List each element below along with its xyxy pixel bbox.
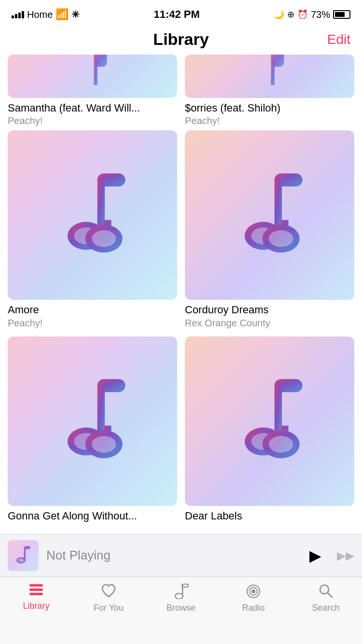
list-item[interactable]: Amore Peachy! bbox=[8, 130, 177, 328]
battery-icon bbox=[333, 10, 350, 19]
album-title: Gonna Get Along Without... bbox=[8, 510, 177, 522]
music-note-icon bbox=[46, 375, 139, 468]
edit-button[interactable]: Edit bbox=[327, 32, 350, 47]
svg-line-44 bbox=[328, 593, 332, 597]
album-title: Corduroy Dreams bbox=[185, 304, 354, 316]
album-art-partial bbox=[8, 55, 177, 98]
status-bar: Home 📶 ✳ 11:42 PM 🌙 ⊕ ⏰ 73% bbox=[0, 0, 362, 26]
album-title: Dear Labels bbox=[185, 510, 354, 522]
tab-for-you-label: For You bbox=[94, 603, 124, 613]
forward-button[interactable]: ▶▶ bbox=[337, 549, 354, 562]
svg-rect-3 bbox=[271, 56, 275, 85]
music-note-icon bbox=[8, 55, 177, 98]
status-time: 11:42 PM bbox=[153, 8, 199, 21]
radio-icon bbox=[245, 583, 262, 601]
album-art bbox=[8, 336, 177, 506]
svg-point-17 bbox=[269, 230, 293, 247]
tab-bar: Library For You Browse bbox=[0, 576, 362, 644]
list-item[interactable]: Corduroy Dreams Rex Orange County bbox=[185, 130, 354, 328]
list-item[interactable]: Gonna Get Along Without... bbox=[8, 336, 177, 523]
play-button[interactable]: ▶ bbox=[309, 546, 321, 565]
browse-icon bbox=[172, 583, 190, 601]
album-art-partial bbox=[185, 55, 354, 98]
album-title: Samantha (feat. Ward Will... bbox=[8, 102, 177, 114]
mini-player[interactable]: Not Playing ▶ ▶▶ bbox=[0, 534, 362, 576]
partial-album-row: Samantha (feat. Ward Will... Peachy! bbox=[8, 55, 354, 126]
activity-icon: ✳ bbox=[71, 9, 80, 20]
svg-rect-36 bbox=[29, 584, 43, 587]
status-right: 🌙 ⊕ ⏰ 73% bbox=[274, 9, 350, 20]
svg-point-41 bbox=[175, 593, 183, 599]
tab-browse[interactable]: Browse bbox=[145, 583, 217, 613]
alarm-icon: ⏰ bbox=[297, 9, 308, 20]
moon-icon: 🌙 bbox=[274, 9, 284, 20]
music-note-icon bbox=[46, 168, 139, 262]
list-item[interactable]: Samantha (feat. Ward Will... Peachy! bbox=[8, 55, 177, 126]
tab-for-you[interactable]: For You bbox=[72, 583, 145, 613]
album-artist: Rex Orange County bbox=[185, 318, 354, 329]
svg-rect-37 bbox=[29, 588, 43, 591]
mini-music-icon bbox=[13, 545, 34, 566]
album-art bbox=[185, 130, 354, 300]
album-art bbox=[185, 336, 354, 506]
album-title: Amore bbox=[8, 304, 177, 316]
svg-point-31 bbox=[269, 436, 293, 453]
svg-point-42 bbox=[251, 589, 255, 593]
location-icon: ⊕ bbox=[287, 9, 294, 20]
tab-radio[interactable]: Radio bbox=[217, 583, 290, 613]
album-artist: Peachy! bbox=[185, 115, 354, 126]
carrier-label: Home bbox=[27, 9, 53, 20]
list-item[interactable]: Dear Labels bbox=[185, 336, 354, 523]
search-icon bbox=[317, 583, 334, 601]
page-title: Library bbox=[153, 30, 209, 49]
page-header: Library Edit bbox=[0, 26, 362, 55]
album-artist: Peachy! bbox=[8, 115, 177, 126]
library-icon bbox=[28, 583, 45, 599]
svg-rect-1 bbox=[94, 56, 98, 85]
music-note-icon bbox=[223, 168, 316, 262]
mini-player-title: Not Playing bbox=[46, 548, 302, 563]
battery-percent: 73% bbox=[311, 9, 330, 20]
album-art bbox=[8, 130, 177, 300]
album-grid: Amore Peachy! bbox=[8, 130, 354, 523]
wifi-icon: 📶 bbox=[56, 8, 69, 21]
svg-point-10 bbox=[92, 230, 116, 247]
svg-rect-38 bbox=[29, 593, 43, 595]
status-left: Home 📶 ✳ bbox=[12, 8, 80, 21]
music-note-icon bbox=[223, 375, 316, 468]
tab-search[interactable]: Search bbox=[290, 583, 362, 613]
tab-library-label: Library bbox=[23, 601, 49, 611]
for-you-icon bbox=[100, 583, 117, 601]
tab-radio-label: Radio bbox=[242, 603, 265, 613]
mini-player-art bbox=[8, 540, 39, 571]
album-title: $orries (feat. Shiloh) bbox=[185, 102, 354, 114]
list-item[interactable]: $orries (feat. Shiloh) Peachy! bbox=[185, 55, 354, 126]
tab-library[interactable]: Library bbox=[0, 583, 72, 611]
music-note-icon bbox=[185, 55, 354, 98]
tab-browse-label: Browse bbox=[167, 603, 195, 613]
tab-search-label: Search bbox=[312, 603, 339, 613]
album-artist: Peachy! bbox=[8, 318, 177, 329]
svg-point-35 bbox=[18, 558, 24, 561]
svg-point-24 bbox=[92, 436, 116, 453]
signal-bars bbox=[12, 11, 24, 18]
main-content: Samantha (feat. Ward Will... Peachy! bbox=[0, 55, 362, 523]
